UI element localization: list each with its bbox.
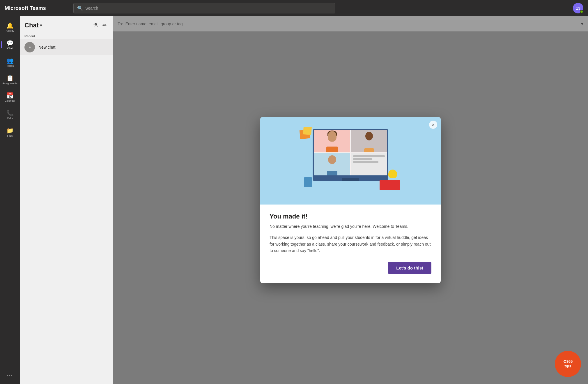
content-bar-1 — [353, 155, 385, 157]
monitor-stand — [342, 178, 359, 181]
person3-body — [327, 171, 337, 175]
close-button[interactable]: × — [429, 121, 437, 129]
search-bar[interactable]: 🔍 — [73, 3, 335, 13]
sidebar-item-activity[interactable]: 🔔 Activity — [1, 19, 19, 36]
welcome-modal: × — [260, 117, 441, 283]
illustration — [295, 123, 406, 199]
chat-panel: Chat ▾ ⚗ ✏ Recent ✦ New chat — [20, 16, 113, 384]
search-input[interactable] — [85, 6, 332, 10]
chat-panel-actions: ⚗ ✏ — [92, 21, 108, 30]
person2-body — [364, 148, 374, 152]
activity-icon: 🔔 — [6, 23, 14, 29]
video-cell-2 — [351, 130, 387, 152]
modal-description-2: This space is yours, so go ahead and pul… — [270, 234, 431, 254]
search-icon: 🔍 — [77, 6, 83, 11]
avatar-initials: 13 — [576, 6, 580, 10]
chat-panel-title: Chat ▾ — [24, 22, 42, 29]
modal-description-1: No matter where you're teaching, we're g… — [270, 223, 431, 230]
modal-overlay: × — [113, 16, 588, 384]
sidebar: 🔔 Activity 💬 Chat 👥 Teams 📋 Assignments … — [0, 16, 20, 384]
monitor — [313, 129, 388, 181]
sticky-note-yellow — [303, 127, 312, 135]
person3-head — [328, 155, 336, 164]
duck — [388, 170, 397, 178]
sidebar-item-label: Calls — [7, 117, 13, 120]
content-bar-2 — [353, 158, 372, 160]
sidebar-item-label: Files — [7, 134, 13, 137]
chat-icon: 💬 — [6, 40, 14, 46]
content-bar-3 — [353, 161, 378, 163]
sidebar-item-label: Chat — [7, 47, 13, 50]
sidebar-item-label: Calendar — [5, 99, 15, 102]
assignments-icon: 📋 — [6, 75, 14, 81]
person1-body — [326, 147, 338, 152]
red-books — [380, 180, 400, 190]
main-content: To: ▾ × — [113, 16, 588, 384]
calendar-icon: 📅 — [6, 93, 14, 98]
tips-text: ⊙365tips — [563, 359, 573, 368]
modal-footer: Let's do this! — [270, 262, 431, 274]
sidebar-item-chat[interactable]: 💬 Chat — [1, 36, 19, 54]
modal-body: You made it! No matter where you're teac… — [260, 205, 441, 283]
modal-title: You made it! — [270, 213, 431, 220]
tips-badge[interactable]: ⊙365tips — [555, 351, 581, 377]
sidebar-item-label: Teams — [6, 64, 14, 67]
video-cell-4 — [351, 153, 387, 175]
person2-head — [365, 132, 373, 140]
video-cell-1 — [314, 130, 350, 152]
video-cell-3 — [314, 153, 350, 175]
modal-illustration: × — [260, 117, 441, 205]
new-chat-avatar: ✦ — [24, 42, 35, 52]
topbar: Microsoft Teams 🔍 13 — [0, 0, 588, 16]
new-chat-label: New chat — [38, 45, 55, 50]
recent-section-label: Recent — [20, 32, 113, 39]
lets-do-this-button[interactable]: Let's do this! — [388, 262, 431, 274]
monitor-screen — [314, 130, 387, 175]
sidebar-more[interactable]: ... — [7, 366, 13, 382]
pencil-cup — [304, 177, 312, 187]
sidebar-item-label: Assignments — [2, 82, 17, 85]
sidebar-item-assignments[interactable]: 📋 Assignments — [1, 71, 19, 89]
sidebar-item-teams[interactable]: 👥 Teams — [1, 54, 19, 71]
presence-badge — [580, 10, 583, 13]
chevron-down-icon[interactable]: ▾ — [40, 23, 42, 28]
filter-icon[interactable]: ⚗ — [92, 21, 99, 30]
calls-icon: 📞 — [6, 110, 14, 116]
teams-icon: 👥 — [6, 58, 14, 64]
new-chat-item[interactable]: ✦ New chat — [20, 39, 113, 55]
sidebar-item-calls[interactable]: 📞 Calls — [1, 106, 19, 124]
compose-icon[interactable]: ✏ — [101, 21, 108, 30]
app-name: Microsoft Teams — [5, 5, 69, 11]
files-icon: 📁 — [6, 128, 14, 133]
person1-head — [328, 131, 336, 142]
sidebar-item-label: Activity — [6, 29, 14, 32]
chat-title-text: Chat — [24, 22, 39, 29]
sidebar-item-calendar[interactable]: 📅 Calendar — [1, 89, 19, 106]
main-area: 🔔 Activity 💬 Chat 👥 Teams 📋 Assignments … — [0, 16, 588, 384]
svg-text:✦: ✦ — [29, 45, 31, 49]
chat-panel-header: Chat ▾ ⚗ ✏ — [20, 16, 113, 32]
sidebar-item-files[interactable]: 📁 Files — [1, 124, 19, 141]
avatar[interactable]: 13 — [573, 3, 583, 13]
